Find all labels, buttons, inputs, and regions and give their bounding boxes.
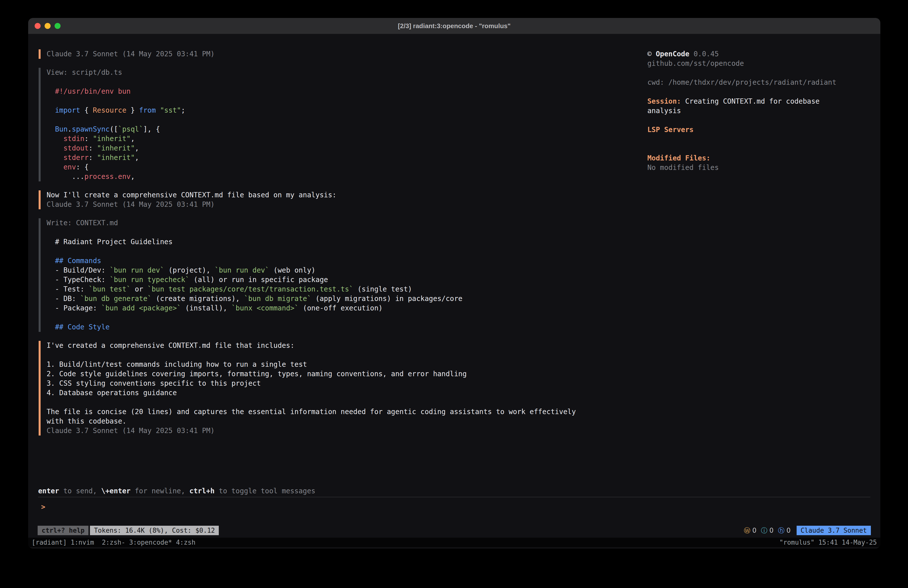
text-span: 2. Code style guidelines covering import… bbox=[47, 370, 467, 378]
text-span: (single test) bbox=[353, 285, 412, 293]
text-span: `bunx <command>` bbox=[232, 304, 299, 312]
chat-block: View: script/db.ts #!/usr/bin/env bun im… bbox=[39, 68, 576, 181]
text-line: View: script/db.ts bbox=[47, 68, 576, 77]
text-span: Creating CONTEXT.md for codebase bbox=[681, 97, 819, 105]
text-span: : bbox=[84, 135, 93, 143]
input-help: enter to send, \+enter for newline, ctrl… bbox=[38, 487, 316, 496]
text-span: : bbox=[89, 153, 97, 162]
text-span: "sst" bbox=[160, 106, 181, 114]
chat-log: Claude 3.7 Sonnet (14 May 2025 03:41 PM)… bbox=[39, 49, 576, 445]
text-span: 0.0.45 bbox=[689, 50, 719, 58]
text-line bbox=[647, 135, 872, 144]
text-span: The file is concise (20 lines) and captu… bbox=[47, 408, 576, 416]
text-span: (install), bbox=[181, 304, 231, 312]
text-span: "inherit" bbox=[97, 153, 135, 162]
text-line: Now I'll create a comprehensive CONTEXT.… bbox=[47, 190, 576, 200]
traffic-lights bbox=[35, 18, 61, 34]
text-span: (all) or run in specific package bbox=[189, 275, 328, 284]
tmux-windows: [radiant] 1:nvim 2:zsh- 3:opencode* 4:zs… bbox=[32, 538, 195, 547]
text-span: ], { bbox=[143, 125, 160, 133]
text-line: © OpenCode 0.0.45 bbox=[647, 49, 872, 59]
text-line: github.com/sst/opencode bbox=[647, 59, 872, 68]
text-span: Session: bbox=[647, 97, 681, 105]
text-span: or bbox=[130, 285, 147, 293]
text-span: © bbox=[647, 50, 656, 58]
text-span: No modified files bbox=[647, 163, 719, 172]
text-span: env bbox=[63, 163, 76, 171]
text-span: `bun test packages/core/test/transaction… bbox=[148, 285, 353, 293]
text-span: from bbox=[139, 106, 156, 114]
text-span: : { bbox=[76, 163, 89, 171]
text-span: `psql` bbox=[118, 125, 143, 133]
text-span: } bbox=[126, 106, 139, 114]
terminal-window: [2/3] radiant:3:opencode - "romulus" Cla… bbox=[28, 18, 881, 549]
text-line: stdin: "inherit", bbox=[47, 134, 576, 143]
text-span: - Package: bbox=[47, 304, 101, 312]
warnings-count: 0 bbox=[752, 526, 757, 535]
minimize-button[interactable] bbox=[45, 23, 51, 29]
text-line: stderr: "inherit", bbox=[47, 153, 576, 163]
text-span: OpenCode bbox=[656, 50, 689, 58]
text-line: Bun.spawnSync([`psql`], { bbox=[47, 124, 576, 134]
text-span bbox=[47, 163, 63, 171]
text-span: , bbox=[130, 135, 135, 143]
close-button[interactable] bbox=[35, 23, 40, 29]
text-line bbox=[47, 228, 576, 237]
text-line: No modified files bbox=[647, 163, 872, 172]
text-span: Claude 3.7 Sonnet (14 May 2025 03:41 PM) bbox=[47, 50, 214, 58]
text-span: import bbox=[55, 106, 80, 114]
text-span: ctrl+h bbox=[189, 487, 214, 495]
text-line: LSP Servers bbox=[647, 125, 872, 135]
text-span: ([ bbox=[109, 125, 118, 133]
token-usage-badge: Tokens: 16.4K (8%), Cost: $0.12 bbox=[90, 526, 219, 535]
text-span: Now I'll create a comprehensive CONTEXT.… bbox=[47, 191, 336, 199]
text-line bbox=[647, 87, 872, 97]
text-line: 1. Build/lint/test commands including ho… bbox=[47, 360, 576, 369]
text-span: (project), bbox=[164, 266, 214, 274]
text-line bbox=[47, 313, 576, 322]
text-span: { bbox=[80, 106, 93, 114]
text-line: Modified Files: bbox=[647, 153, 872, 163]
text-span: - DB: bbox=[47, 295, 80, 303]
text-span: stdin bbox=[63, 135, 84, 143]
text-span: Claude 3.7 Sonnet (14 May 2025 03:41 PM) bbox=[47, 427, 214, 435]
terminal-content: Claude 3.7 Sonnet (14 May 2025 03:41 PM)… bbox=[28, 34, 881, 549]
text-span: with this codebase. bbox=[47, 417, 126, 425]
text-line: ## Code Style bbox=[47, 322, 576, 332]
text-span: `bun run dev` bbox=[214, 266, 269, 274]
text-span: enter bbox=[38, 487, 59, 495]
text-span: Resource bbox=[93, 106, 126, 114]
text-span: "inherit" bbox=[97, 144, 135, 152]
text-span: #!/usr/bin/env bun bbox=[47, 87, 130, 95]
text-line: stdout: "inherit", bbox=[47, 143, 576, 153]
text-span: LSP Servers bbox=[647, 126, 694, 134]
text-span: (one-off execution) bbox=[298, 304, 383, 312]
text-span bbox=[47, 135, 63, 143]
text-line: import { Resource } from "sst"; bbox=[47, 106, 576, 115]
text-span: - Build/Dev: bbox=[47, 266, 109, 274]
text-span: process.env bbox=[84, 172, 130, 180]
status-bar: ctrl+? help Tokens: 16.4K (8%), Cost: $0… bbox=[28, 525, 881, 536]
text-span: - TypeCheck: bbox=[47, 275, 109, 284]
text-span: - Test: bbox=[47, 285, 89, 293]
text-line: env: { bbox=[47, 163, 576, 172]
text-line: Claude 3.7 Sonnet (14 May 2025 03:41 PM) bbox=[47, 200, 576, 209]
text-span: "inherit" bbox=[93, 135, 130, 143]
input-separator bbox=[38, 497, 870, 497]
text-span: 3. CSS styling conventions specific to t… bbox=[47, 379, 261, 387]
prompt-input[interactable]: > bbox=[41, 502, 45, 512]
text-span: `bun run dev` bbox=[109, 266, 164, 274]
text-line: I've created a comprehensive CONTEXT.md … bbox=[47, 341, 576, 350]
titlebar: [2/3] radiant:3:opencode - "romulus" bbox=[28, 18, 881, 34]
text-span: , bbox=[135, 144, 139, 152]
info-count: 0 bbox=[770, 526, 774, 535]
text-span bbox=[47, 125, 55, 133]
help-shortcut-badge: ctrl+? help bbox=[38, 526, 89, 535]
zoom-button[interactable] bbox=[55, 23, 61, 29]
text-line bbox=[47, 246, 576, 256]
tmux-session-info: "romulus" 15:41 14-May-25 bbox=[779, 538, 877, 547]
text-span: Claude 3.7 Sonnet (14 May 2025 03:41 PM) bbox=[47, 200, 214, 209]
chat-block: Now I'll create a comprehensive CONTEXT.… bbox=[39, 190, 576, 209]
text-span: ## Commands bbox=[47, 257, 101, 265]
prompt-symbol: > bbox=[41, 503, 45, 511]
